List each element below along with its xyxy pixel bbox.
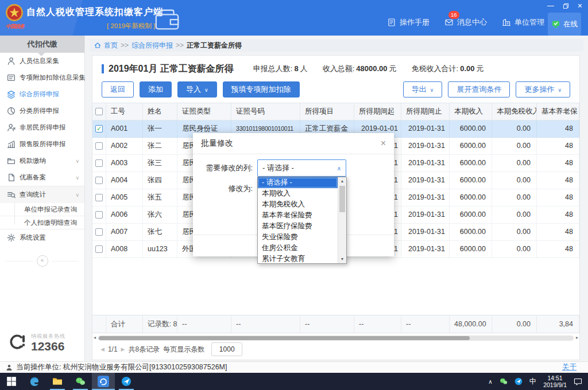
sidebar-item-专项附加扣除信息采集[interactable]: 专项附加扣除信息采集∨ (0, 69, 84, 86)
row-checkbox[interactable] (95, 245, 103, 253)
online-status[interactable]: 在线 (548, 13, 581, 36)
taskbar-explorer-icon[interactable] (46, 373, 69, 390)
mode-block[interactable]: 代扣代缴 (154, 7, 180, 36)
sidebar-item-限售股所得申报[interactable]: 限售股所得申报 (0, 136, 84, 153)
tray-browser-icon[interactable] (514, 377, 523, 385)
tray-expand-icon[interactable]: ∧ (488, 379, 492, 385)
sidebar-subitem-个人扣缴明细查询[interactable]: 个人扣缴明细查询 (0, 216, 84, 229)
close-button[interactable]: × (578, 2, 582, 9)
row-cell: 2019-01-31 (401, 120, 450, 138)
sidebar-item-查询统计[interactable]: 查询统计∨ (0, 186, 84, 203)
next-page-icon[interactable]: ▶ (121, 346, 125, 352)
title-accent-bar (102, 64, 104, 73)
about-link[interactable]: 关于 (562, 362, 577, 372)
maximize-button[interactable] (563, 3, 569, 9)
row-checkbox[interactable] (95, 228, 103, 236)
toolbar-left: 返回添加导入∨预填专项附加扣除 (102, 81, 300, 98)
taskbar-start-icon[interactable] (0, 373, 23, 390)
dropdown-option[interactable]: 本期免税收入 (258, 199, 338, 210)
sidebar-collapse-button[interactable]: « (37, 255, 48, 267)
explorer-icon (52, 376, 63, 387)
dropdown-option[interactable]: 累计子女教育 (258, 253, 338, 263)
chevron-down-icon: ∨ (75, 75, 79, 81)
row-checkbox[interactable] (95, 125, 103, 132)
sidebar-menu: 人员信息采集专项附加扣除信息采集∨综合所得申报分类所得申报非居民所得申报限售股所… (0, 53, 84, 246)
sidebar-item-税款缴纳[interactable]: 税款缴纳∨ (0, 153, 84, 169)
dropdown-option[interactable]: 基本医疗保险费 (258, 221, 338, 232)
row-checkbox[interactable] (95, 142, 103, 150)
taskbar-browser-icon[interactable] (115, 373, 138, 390)
dropdown-option[interactable]: - 请选择 - (258, 177, 338, 188)
layers-icon (7, 90, 16, 99)
folder-icon (7, 157, 16, 165)
browser-icon (121, 376, 131, 387)
message-icon (444, 18, 454, 27)
prev-page-icon[interactable]: ◀ (100, 346, 105, 352)
minimize-button[interactable]: — (547, 2, 554, 9)
sidebar-item-label: 综合所得申报 (20, 90, 59, 99)
sidebar-item-label: 查询统计 (20, 190, 46, 199)
预填专项附加扣除-button[interactable]: 预填专项附加扣除 (223, 81, 300, 98)
更多操作-button[interactable]: 更多操作∨ (516, 81, 570, 98)
sidebar-item-综合所得申报[interactable]: 综合所得申报 (0, 86, 84, 103)
dropdown-scrollbar-thumb[interactable] (339, 186, 345, 212)
row-cell: 0.00 (492, 120, 537, 138)
total-cell: -- (354, 315, 401, 333)
scroll-down-icon[interactable]: ▼ (338, 255, 346, 263)
scroll-left-icon[interactable]: ◂ (94, 335, 98, 341)
返回-button[interactable]: 返回 (102, 81, 134, 98)
field-value-label: 修改为: (193, 184, 253, 194)
row-cell: 0.00 (492, 172, 537, 189)
row-cell: 2019-01-31 (401, 224, 450, 241)
sidebar-item-人员信息采集[interactable]: 人员信息采集 (0, 53, 84, 69)
dropdown-option[interactable]: 基本养老保险费 (258, 210, 338, 221)
sidebar-item-非居民所得申报[interactable]: 非居民所得申报 (0, 119, 84, 136)
stock-chart-icon (7, 140, 16, 149)
taskbar-edge-icon[interactable] (23, 373, 46, 390)
row-checkbox[interactable] (95, 211, 103, 219)
column-select[interactable]: - 请选择 - ∧ (257, 159, 346, 177)
header-nav-消息中心[interactable]: 消息中心16 (444, 17, 487, 28)
row-cell: A002 (106, 138, 143, 155)
dropdown-option[interactable]: 失业保险费 (258, 232, 338, 243)
header-nav-操作手册[interactable]: 操作手册 (387, 17, 430, 28)
sidebar-item-系统设置[interactable]: 系统设置 (0, 229, 84, 246)
modal-close-icon[interactable]: × (381, 139, 386, 148)
pie-icon (7, 107, 16, 115)
sidebar-item-分类所得申报[interactable]: 分类所得申报 (0, 103, 84, 119)
row-cell: 0.00 (492, 155, 537, 172)
导出-button[interactable]: 导出∨ (403, 81, 443, 98)
sidebar-item-优惠备案[interactable]: 优惠备案∨ (0, 169, 84, 186)
chevron-down-icon: ∨ (430, 87, 434, 93)
row-checkbox[interactable] (95, 194, 103, 201)
breadcrumb-home[interactable]: 首页 (104, 41, 118, 50)
row-checkbox[interactable] (95, 159, 103, 167)
row-cell: 0.00 (492, 189, 537, 206)
row-checkbox[interactable] (95, 177, 103, 184)
tray-wechat-icon[interactable] (500, 377, 508, 385)
dropdown-option[interactable]: 本期收入 (258, 188, 338, 199)
desktop: { "colors":{"accent":"#3a7dda","header_b… (0, 0, 588, 390)
page-stat: 免税收入合计:0.00元 (412, 64, 484, 74)
scrollbar-thumb[interactable] (99, 336, 470, 340)
row-cell: 6000.00 (450, 120, 492, 138)
ime-indicator[interactable]: 中 (529, 377, 537, 387)
header-nav-单位管理[interactable]: 单位管理 (502, 17, 544, 28)
scrollbar-track[interactable] (98, 336, 574, 341)
taskbar-tax-app-icon[interactable] (92, 373, 115, 390)
toolbar: 返回添加导入∨预填专项附加扣除 导出∨展开查询条件更多操作∨ (92, 76, 579, 102)
row-cell: 48 (537, 172, 579, 189)
导入-button[interactable]: 导入∨ (177, 81, 217, 98)
breadcrumb-level1[interactable]: 综合所得申报 (131, 41, 173, 50)
scroll-up-icon[interactable]: ▲ (338, 177, 346, 185)
展开查询条件-button[interactable]: 展开查询条件 (448, 81, 510, 98)
select-all-checkbox[interactable] (95, 108, 103, 115)
sidebar-subitem-单位申报记录查询[interactable]: 单位申报记录查询 (0, 203, 84, 216)
notification-center-icon[interactable] (574, 378, 582, 385)
添加-button[interactable]: 添加 (140, 81, 172, 98)
per-page-input[interactable] (211, 342, 242, 356)
scroll-right-icon[interactable]: ▸ (574, 335, 578, 341)
dropdown-option[interactable]: 住房公积金 (258, 243, 338, 253)
tray-clock[interactable]: 14:51 2019/9/1 (543, 375, 567, 388)
taskbar-wechat-icon[interactable] (69, 373, 92, 390)
